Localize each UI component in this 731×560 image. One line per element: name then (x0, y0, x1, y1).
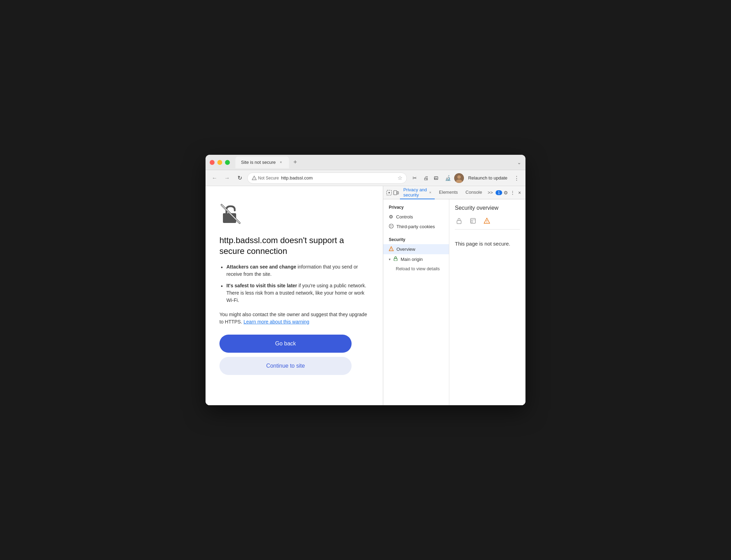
devtools-sidebar: Privacy ⚙ Controls (383, 199, 449, 405)
print-icon[interactable]: 🖨 (421, 173, 431, 183)
title-bar: Site is not secure × + ⌄ (206, 155, 525, 170)
svg-rect-13 (397, 192, 399, 194)
lock-icon-area (219, 203, 369, 226)
security-section-label: Security (383, 236, 449, 243)
refresh-button[interactable]: ↻ (235, 173, 244, 183)
tab-close-button[interactable]: × (279, 160, 283, 165)
toolbar: ← → ↻ ! Not Secure http.badssl.com ☆ ✂ 🖨 (206, 170, 525, 186)
toolbar-icons: ✂ 🖨 🔬 Relaunch to update ⋮ (410, 173, 521, 183)
new-tab-button[interactable]: + (290, 158, 300, 167)
warning-security-icon (483, 217, 491, 225)
cookies-icon (389, 224, 394, 230)
bullet-item-1: Attackers can see and change information… (219, 263, 369, 278)
tab-console[interactable]: Console (462, 186, 486, 199)
forward-button[interactable]: → (222, 173, 232, 183)
svg-text:!: ! (391, 248, 392, 250)
sidebar-cookies[interactable]: Third-party cookies (383, 222, 449, 232)
security-overview-title: Security overview (455, 205, 520, 211)
svg-rect-21 (457, 221, 461, 224)
content-area: http.badssl.com doesn't support a secure… (206, 186, 525, 405)
page-title: http.badssl.com doesn't support a secure… (219, 235, 369, 256)
not-secure-text: Not Secure (258, 176, 279, 181)
more-menu-icon[interactable]: ⋮ (512, 173, 521, 183)
devtools-more-icon[interactable]: ⋮ (509, 188, 516, 198)
privacy-tab-close[interactable]: × (429, 190, 431, 194)
page-content: http.badssl.com doesn't support a secure… (206, 186, 383, 405)
close-window-button[interactable] (210, 160, 215, 165)
bookmark-icon[interactable]: ☆ (397, 175, 402, 181)
svg-rect-12 (394, 191, 397, 195)
cast-icon[interactable] (432, 173, 442, 183)
profile-avatar[interactable] (454, 173, 464, 183)
devtools-tabs-bar: Privacy and security × Elements Console … (383, 186, 525, 199)
bullet1-bold: Attackers can see and change (226, 264, 296, 270)
url-text: http.badssl.com (281, 175, 395, 181)
maximize-window-button[interactable] (225, 160, 230, 165)
svg-point-15 (390, 225, 391, 226)
tab-area: Site is not secure × + (235, 157, 517, 168)
svg-point-3 (434, 179, 435, 179)
lock-icon (393, 256, 398, 262)
learn-more-link[interactable]: Learn more about this warning (243, 319, 309, 325)
continue-button[interactable]: Continue to site (219, 357, 352, 375)
devtools-main-panel: Security overview (449, 199, 525, 405)
minimize-window-button[interactable] (217, 160, 222, 165)
svg-rect-20 (394, 258, 397, 261)
svg-rect-23 (471, 221, 473, 223)
devtools-panel: Privacy and security × Elements Console … (383, 186, 525, 405)
sidebar-controls[interactable]: ⚙ Controls (383, 212, 449, 222)
security-icons-row (455, 217, 520, 230)
lock-crossed-icon (219, 203, 242, 225)
tab-chevron-icon[interactable]: ⌄ (517, 160, 521, 165)
svg-point-14 (389, 224, 393, 228)
relaunch-button[interactable]: Relaunch to update (465, 174, 510, 182)
security-status: This page is not secure. (455, 241, 520, 247)
browser-window: Site is not secure × + ⌄ ← → ↻ ! Not Sec… (206, 155, 525, 405)
bullet-item-2: It's safest to visit this site later if … (219, 282, 369, 304)
labs-icon[interactable]: 🔬 (443, 173, 453, 183)
not-secure-badge: ! Not Secure (252, 176, 279, 181)
svg-point-11 (388, 192, 390, 193)
tab-elements[interactable]: Elements (435, 186, 461, 199)
devtools-responsive-icon[interactable] (393, 188, 399, 198)
back-button[interactable]: ← (210, 173, 219, 183)
frame-security-icon (469, 217, 477, 225)
controls-icon: ⚙ (389, 214, 393, 219)
privacy-section-label: Privacy (383, 203, 449, 211)
body-text: You might also contact the site owner an… (219, 311, 369, 326)
bullet2-bold: It's safest to visit this site later (226, 283, 297, 288)
tab-title: Site is not secure (241, 160, 276, 165)
issues-badge[interactable]: 1 (496, 190, 502, 195)
more-tabs-button[interactable]: >> (486, 190, 494, 195)
devtools-settings-icon[interactable]: ⚙ (503, 188, 509, 198)
svg-point-16 (392, 225, 392, 226)
svg-point-5 (457, 175, 461, 179)
devtools-body: Privacy ⚙ Controls (383, 199, 525, 405)
devtools-close-icon[interactable]: × (516, 188, 523, 198)
sidebar-reload: Reload to view details (383, 264, 449, 273)
devtools-inspect-icon[interactable] (386, 188, 392, 198)
address-bar[interactable]: ! Not Secure http.badssl.com ☆ (247, 173, 407, 184)
traffic-lights (210, 160, 230, 165)
sidebar-main-origin[interactable]: ▾ Main origin (383, 254, 449, 264)
svg-point-26 (487, 222, 487, 223)
go-back-button[interactable]: Go back (219, 335, 352, 353)
expand-icon: ▾ (389, 257, 391, 261)
lock-security-icon (455, 217, 463, 225)
warning-triangle-icon: ! (252, 176, 257, 181)
tab-privacy-security[interactable]: Privacy and security × (400, 186, 435, 199)
svg-text:!: ! (254, 177, 255, 179)
security-bullets: Attackers can see and change information… (219, 263, 369, 304)
overview-warning-icon: ! (389, 246, 394, 252)
svg-point-17 (391, 226, 391, 227)
cut-icon[interactable]: ✂ (410, 173, 419, 183)
active-tab[interactable]: Site is not secure × (235, 157, 289, 168)
sidebar-overview[interactable]: ! Overview (383, 244, 449, 254)
